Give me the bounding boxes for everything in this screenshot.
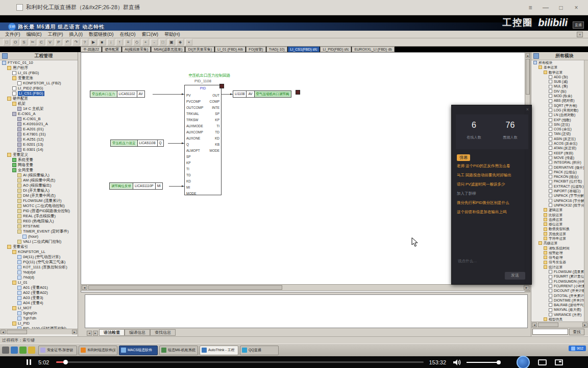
tree-item[interactable]: E-C901_A [0, 111, 78, 117]
quick-launch-icon[interactable] [11, 347, 18, 354]
document-tab[interactable]: LI_CS1(FBD) sfc [288, 47, 320, 52]
tab-scroll-right-icon[interactable]: ► [93, 331, 98, 336]
window-control-button[interactable]: ≡ [526, 3, 535, 12]
toolbar-icon[interactable]: S [20, 39, 28, 45]
tree-item[interactable]: LN (自然对数) [531, 112, 588, 117]
toolbar-icon[interactable]: ✂ [29, 39, 36, 45]
tree-item[interactable]: DI (开关量输入) [0, 188, 78, 193]
tree-item[interactable]: 字符串运算 [531, 236, 588, 241]
library-vscrollbar[interactable] [584, 60, 588, 321]
document-tab[interactable]: EUROXXL_LI (FBD) db [352, 47, 395, 52]
quick-launch-icon[interactable] [28, 347, 35, 354]
tree-item[interactable]: FLOWSUM (流量累计) [531, 269, 588, 274]
tree-item[interactable]: COS (余弦) [531, 127, 588, 131]
tree-item[interactable]: 变量定义 [0, 152, 78, 157]
tree-item[interactable]: 所有模块 [531, 60, 588, 65]
tree-item[interactable]: MAXVAL (最大值) [531, 307, 588, 312]
toolbar-icon[interactable]: C [38, 39, 45, 45]
tree-item[interactable]: LI_MOT [0, 306, 78, 311]
tree-item[interactable]: 信号发生器 [531, 260, 588, 264]
tree-item[interactable]: LI_01 [0, 280, 78, 285]
toolbar-icon[interactable]: P [55, 39, 62, 45]
taskbar-button[interactable]: 和利时组态软件(通用) [79, 346, 117, 355]
tree-item[interactable]: K-K0910/21_A [0, 122, 78, 127]
show-desktop-icon[interactable] [2, 347, 9, 354]
tree-item[interactable]: UNPACK16 (字分解) [531, 198, 588, 203]
tree-item[interactable]: 选择运算 [531, 217, 588, 222]
theater-mode-icon[interactable] [538, 359, 547, 365]
tree-item[interactable]: SUB (减) [531, 79, 588, 84]
tree-item[interactable]: 模型仿真 [531, 317, 588, 321]
volume-handle[interactable] [497, 360, 501, 364]
tree-item[interactable]: 网络变量 [0, 163, 78, 168]
tree-item[interactable]: EXTRACT (位提取) [531, 184, 588, 189]
toolbar-icon[interactable]: ? [81, 39, 88, 45]
tree-item[interactable]: ADD (加) [531, 75, 588, 79]
tree-item[interactable]: LOG (常用对数) [531, 108, 588, 112]
left-panel-hscrollbar[interactable]: ◄ ► [0, 329, 78, 334]
tree-item[interactable]: UNPACK (字节分解) [531, 193, 588, 198]
tree-item[interactable]: AO (模拟量输出) [0, 183, 78, 188]
toolbar-icon[interactable]: + [142, 39, 149, 45]
scroll-right-icon[interactable]: ► [524, 285, 529, 290]
tree-item[interactable]: A04 (变量4) [0, 301, 78, 306]
tree-item[interactable]: MOTC (二位式电动控制) [0, 203, 78, 209]
progress-handle[interactable] [63, 360, 68, 364]
toolbar-icon[interactable]: × [185, 39, 192, 45]
toolbar-icon[interactable]: V [46, 39, 54, 45]
tree-item[interactable]: INPORT (读端口) [531, 189, 588, 193]
tree-item[interactable]: E-A201 (01) [0, 127, 78, 132]
toolbar-icon[interactable]: ↷ [72, 39, 80, 45]
output-tab[interactable]: 查找信息 [150, 329, 176, 336]
tree-item[interactable]: ACOS (反余弦) [531, 141, 588, 146]
tree-item[interactable]: ABS (绝对值) [531, 98, 588, 103]
tree-item[interactable]: LI_PID [0, 321, 78, 326]
menu-item[interactable]: 帮助(H) [161, 31, 183, 38]
tree-item[interactable]: 0#(11) (空气动压计算) [0, 255, 78, 260]
tree-item[interactable]: MOVE (传递) [531, 155, 588, 160]
toolbar-icon[interactable]: ↓ [107, 39, 114, 45]
tree-item[interactable]: UNPACK32 (双字分解) [531, 203, 588, 208]
scroll-right-icon[interactable]: ► [582, 323, 587, 327]
scroll-up-icon[interactable]: ▲ [526, 53, 530, 58]
tree-item[interactable]: LI_01 (FBG) [0, 71, 78, 76]
scroll-right-icon[interactable]: ► [72, 330, 77, 334]
document-tab[interactable]: LI_01 (FBD) AIb [215, 47, 246, 52]
tree-item[interactable]: TIMER_EVENT (定时事件) [0, 229, 78, 234]
scrollbar-thumb[interactable] [538, 323, 558, 327]
tree-item[interactable]: 数值类型转换 [531, 226, 588, 231]
toolbar-icon[interactable]: ◈ [177, 39, 184, 45]
tree-item[interactable]: 统计运算 [531, 265, 588, 269]
toolbar-icon[interactable]: ↑ [116, 39, 123, 45]
tree-item[interactable]: RED (热电阻输入) [0, 219, 78, 224]
menu-item[interactable]: 窗口(W) [139, 31, 162, 38]
scroll-left-icon[interactable]: ◄ [532, 323, 537, 327]
tab-scroll-left-icon[interactable]: ◄ [87, 331, 92, 336]
document-tab[interactable]: M6AI(滤单元批量) [151, 47, 185, 52]
toolbar-icon[interactable]: ◇ [133, 39, 140, 45]
tree-item[interactable]: DIONTIME (开关计时) [531, 298, 588, 303]
tree-item[interactable]: E-9301 (14) [0, 147, 78, 152]
tree-item[interactable]: AI (模拟量输入) [0, 173, 78, 178]
quick-launch-icon[interactable] [19, 347, 27, 354]
taskbar-button[interactable]: QQ直播 [240, 346, 279, 355]
toolbar-icon[interactable]: ↶ [64, 39, 71, 45]
tree-item[interactable]: BALRAB (滚动平均) [531, 303, 588, 307]
menu-item[interactable]: 文件(F) [2, 31, 23, 38]
tree-item[interactable]: DITOTAL (开关累计) [531, 293, 588, 298]
tree-item[interactable]: ATAN (反正切) [531, 146, 588, 150]
tree-item[interactable]: /%d(d) [0, 275, 78, 280]
scroll-left-icon[interactable]: ◄ [1, 330, 6, 334]
tree-item[interactable]: 逻辑运算 [531, 208, 588, 212]
tree-item[interactable]: DICOUNT (开关计数) [531, 288, 588, 293]
toolbar-icon[interactable]: □ [159, 39, 166, 45]
tree-item[interactable]: 移位运算 [531, 222, 588, 226]
output-tab[interactable]: 语法检查 [99, 329, 125, 336]
tree-item[interactable]: KONFSTOR_LL (FB2) [0, 81, 78, 86]
toolbar-icon[interactable]: ≡ [125, 39, 132, 45]
scrollbar-thumb[interactable] [526, 59, 530, 95]
tree-item[interactable]: 变量宏库 [0, 76, 78, 81]
tree-item[interactable]: K-C901_B [0, 117, 78, 122]
scrollbar-thumb[interactable] [88, 285, 282, 290]
tree-item[interactable]: FLOWSUM (流量累计) [0, 198, 78, 203]
